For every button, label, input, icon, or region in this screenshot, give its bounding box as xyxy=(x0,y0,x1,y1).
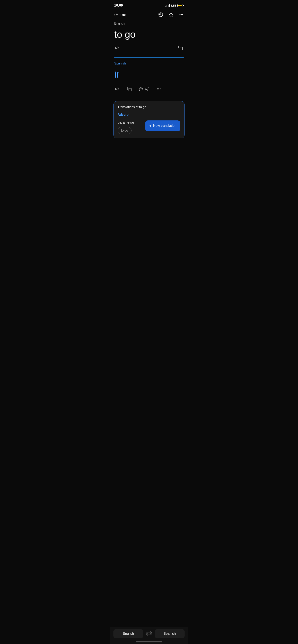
copy-icon-2 xyxy=(127,86,132,91)
speaker-icon-2 xyxy=(115,86,120,91)
pos-label: Adverb xyxy=(118,113,180,116)
history-icon xyxy=(158,12,163,17)
more-icon xyxy=(179,12,184,17)
history-button[interactable] xyxy=(158,12,164,18)
svg-marker-5 xyxy=(115,46,117,49)
source-text: to go xyxy=(114,29,184,40)
card-left: para llevar to go xyxy=(118,120,142,134)
favorite-button[interactable] xyxy=(168,12,174,18)
status-time: 10:09 xyxy=(114,4,123,8)
card-header-prefix: Translations of xyxy=(118,105,139,109)
translations-card: Translations of to go Adverb para llevar… xyxy=(113,101,185,138)
status-icons: LTE xyxy=(165,4,184,7)
svg-point-3 xyxy=(181,14,182,15)
nav-title[interactable]: Home xyxy=(116,12,126,17)
star-icon xyxy=(169,12,174,17)
copy-icon xyxy=(178,46,183,50)
translation-copy-button[interactable] xyxy=(126,86,132,92)
svg-point-11 xyxy=(160,88,161,89)
translation-actions xyxy=(114,86,184,92)
translation-feedback-button[interactable] xyxy=(138,86,150,92)
speaker-icon xyxy=(115,46,120,50)
source-copy-button[interactable] xyxy=(177,45,184,51)
back-icon[interactable]: ‹ xyxy=(113,12,115,17)
source-section: English to go xyxy=(110,20,188,57)
svg-marker-1 xyxy=(169,13,173,16)
svg-point-4 xyxy=(183,14,183,15)
battery-icon xyxy=(177,4,184,7)
status-bar: 10:09 LTE xyxy=(110,0,188,10)
word-chip[interactable]: to go xyxy=(118,127,131,134)
spanish-translation: para llevar xyxy=(118,120,142,124)
translation-speak-button[interactable] xyxy=(114,86,121,92)
svg-marker-7 xyxy=(115,88,117,90)
svg-rect-6 xyxy=(180,47,183,50)
source-speak-button[interactable] xyxy=(114,45,121,51)
nav-actions xyxy=(158,12,185,18)
svg-rect-8 xyxy=(129,88,131,91)
card-header-word: to go xyxy=(139,105,146,109)
translation-section: Spanish ir xyxy=(110,58,188,95)
source-actions xyxy=(114,45,184,51)
lte-label: LTE xyxy=(171,4,176,7)
new-translation-button[interactable]: + New translation xyxy=(145,120,180,131)
card-header: Translations of to go xyxy=(118,105,180,109)
translation-more-button[interactable] xyxy=(156,86,162,92)
svg-point-2 xyxy=(180,14,180,15)
more-button[interactable] xyxy=(178,12,185,18)
nav-back-area[interactable]: ‹ Home xyxy=(113,12,126,17)
source-language-label: English xyxy=(114,22,184,26)
more-icon-2 xyxy=(156,86,161,91)
thumbs-icon xyxy=(139,86,149,91)
translated-text: ir xyxy=(114,69,184,80)
target-language-label: Spanish xyxy=(114,62,184,65)
svg-point-10 xyxy=(159,88,159,89)
new-translation-label: New translation xyxy=(153,124,176,128)
plus-icon: + xyxy=(149,124,152,128)
card-content: para llevar to go + New translation xyxy=(118,120,180,134)
svg-point-9 xyxy=(157,88,158,89)
signal-bars-icon xyxy=(165,4,170,7)
nav-bar: ‹ Home xyxy=(110,10,188,20)
